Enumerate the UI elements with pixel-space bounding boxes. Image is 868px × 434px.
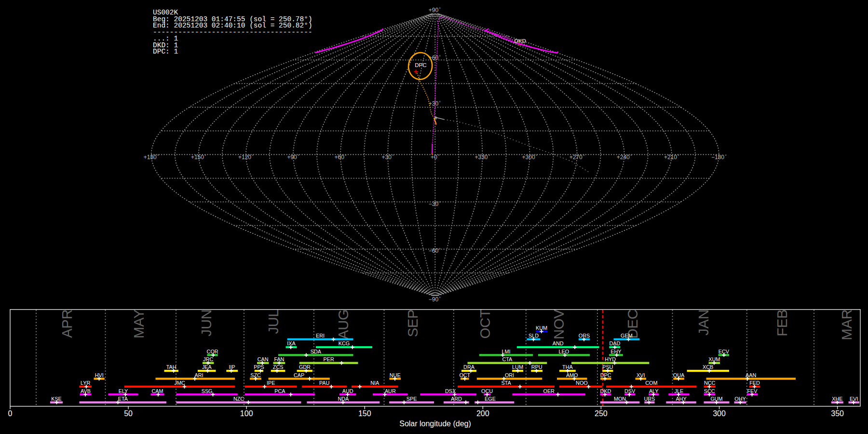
svg-text:250: 250 xyxy=(595,409,608,418)
svg-text:ORI: ORI xyxy=(505,372,514,378)
svg-text:DPC: DPC xyxy=(600,372,611,378)
svg-text:THA: THA xyxy=(562,364,573,370)
svg-text:PPS: PPS xyxy=(254,364,264,370)
svg-text:NOV: NOV xyxy=(551,309,567,339)
svg-text:KSE: KSE xyxy=(51,396,62,402)
svg-text:DKD: DKD xyxy=(600,388,611,394)
svg-text:CAP: CAP xyxy=(294,372,304,378)
svg-text:JUL: JUL xyxy=(266,310,281,334)
svg-text:MAR: MAR xyxy=(839,310,854,340)
svg-text:IPE: IPE xyxy=(267,380,275,386)
svg-text:300: 300 xyxy=(713,409,726,418)
svg-text:SPE: SPE xyxy=(407,396,417,402)
svg-text:ALY: ALY xyxy=(649,388,659,394)
svg-text:ECV: ECV xyxy=(719,349,730,354)
svg-text:NZC: NZC xyxy=(233,396,244,402)
svg-text:KCG: KCG xyxy=(339,340,350,346)
svg-text:AND: AND xyxy=(553,340,564,346)
svg-text:AHY: AHY xyxy=(676,396,686,402)
svg-text:TAH: TAH xyxy=(166,364,176,370)
svg-text:SEP: SEP xyxy=(405,310,420,337)
svg-text:FEV: FEV xyxy=(747,388,758,394)
svg-text:OCT: OCT xyxy=(477,309,493,339)
svg-text:NUE: NUE xyxy=(390,372,401,378)
svg-text:CAN: CAN xyxy=(258,356,269,362)
svg-text:350: 350 xyxy=(831,409,844,418)
svg-text:GDR: GDR xyxy=(299,364,311,370)
svg-text:SZC: SZC xyxy=(250,372,261,378)
svg-text:NCC: NCC xyxy=(704,380,716,386)
svg-text:DRA: DRA xyxy=(463,364,475,370)
svg-text:XVI: XVI xyxy=(637,372,645,378)
svg-text:GEM: GEM xyxy=(621,333,633,339)
svg-text:ERI: ERI xyxy=(316,333,325,339)
svg-text:QUA: QUA xyxy=(673,372,685,378)
svg-text:APR: APR xyxy=(59,310,75,338)
svg-text:Solar longitude (deg): Solar longitude (deg) xyxy=(399,420,471,428)
svg-text:200: 200 xyxy=(476,409,489,418)
svg-text:OCT: OCT xyxy=(459,372,470,378)
svg-text:COM: COM xyxy=(645,380,657,386)
svg-text:JEA: JEA xyxy=(202,364,212,370)
svg-text:0: 0 xyxy=(8,409,13,418)
svg-text:RPU: RPU xyxy=(531,364,542,370)
svg-text:50: 50 xyxy=(124,409,133,418)
svg-text:XHE: XHE xyxy=(832,396,842,402)
svg-text:ARI: ARI xyxy=(195,372,203,378)
svg-text:AAN: AAN xyxy=(746,372,756,378)
svg-text:MON: MON xyxy=(614,396,626,402)
svg-text:NOO: NOO xyxy=(576,380,588,386)
svg-text:IIP: IIP xyxy=(229,364,235,370)
svg-text:LYR: LYR xyxy=(81,380,90,386)
svg-text:NIA: NIA xyxy=(370,380,380,386)
svg-text:PAU: PAU xyxy=(319,380,329,386)
svg-text:JAN: JAN xyxy=(696,310,711,336)
svg-text:AUD: AUD xyxy=(342,388,353,394)
svg-text:OHY: OHY xyxy=(734,396,746,402)
svg-text:AVB: AVB xyxy=(81,388,91,394)
svg-text:IXA: IXA xyxy=(287,340,296,346)
svg-text:ORS: ORS xyxy=(579,333,590,339)
svg-text:EHY: EHY xyxy=(610,349,621,354)
svg-text:XUM: XUM xyxy=(708,356,720,362)
svg-text:KUM: KUM xyxy=(536,325,547,331)
svg-text:AUG: AUG xyxy=(336,310,351,339)
svg-text:GUM: GUM xyxy=(710,396,722,402)
svg-text:DSX: DSX xyxy=(445,388,456,394)
svg-text:JMC: JMC xyxy=(174,380,185,386)
svg-text:DAD: DAD xyxy=(609,340,620,346)
svg-text:DSV: DSV xyxy=(624,388,636,394)
svg-text:JRC: JRC xyxy=(203,356,213,362)
svg-text:ETA: ETA xyxy=(118,396,128,402)
svg-text:ZCS: ZCS xyxy=(273,364,284,370)
svg-text:LMI: LMI xyxy=(502,349,510,354)
svg-text:PSU: PSU xyxy=(602,364,613,370)
svg-text:150: 150 xyxy=(358,409,371,418)
svg-text:XCB: XCB xyxy=(703,364,713,370)
svg-text:SDA: SDA xyxy=(311,349,322,354)
svg-text:PER: PER xyxy=(323,356,334,362)
svg-text:FAN: FAN xyxy=(274,356,284,362)
svg-text:ARD: ARD xyxy=(451,396,462,402)
svg-text:CTA: CTA xyxy=(502,356,513,362)
svg-text:LEO: LEO xyxy=(559,349,570,354)
svg-text:JUN: JUN xyxy=(199,310,214,337)
svg-text:AUR: AUR xyxy=(385,388,396,394)
svg-text:URS: URS xyxy=(644,396,655,402)
svg-text:SLD: SLD xyxy=(529,333,539,339)
svg-text:EVI: EVI xyxy=(850,396,858,402)
svg-text:PCA: PCA xyxy=(274,388,285,394)
svg-text:OCU: OCU xyxy=(481,388,493,394)
svg-text:OER: OER xyxy=(543,388,555,394)
svg-text:NDA: NDA xyxy=(338,396,349,402)
svg-text:STA: STA xyxy=(501,380,511,386)
svg-text:LUM: LUM xyxy=(512,364,523,370)
svg-text:HYD: HYD xyxy=(605,356,616,362)
svg-text:AMO: AMO xyxy=(566,372,578,378)
svg-text:FED: FED xyxy=(749,380,760,386)
svg-text:DPC: 1: DPC: 1 xyxy=(153,48,178,55)
svg-text:COR: COR xyxy=(207,349,218,354)
svg-text:100: 100 xyxy=(240,409,253,418)
svg-text:FEB: FEB xyxy=(774,310,790,337)
svg-text:DKD: DKD xyxy=(515,38,526,44)
